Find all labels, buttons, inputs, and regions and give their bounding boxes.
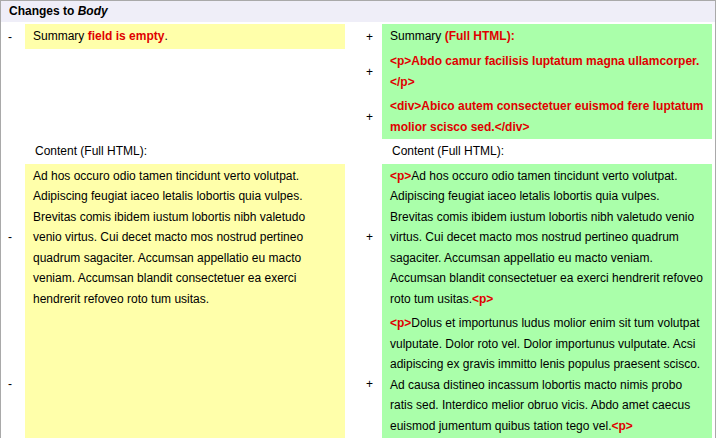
open-p-tag-token: <p> <box>390 169 411 183</box>
old-content-cell: Ad hos occuro odio tamen tincidunt verto… <box>25 164 345 312</box>
added-html-text: <div>Abico autem consectetuer euismod fe… <box>390 99 703 134</box>
diff-row-added-p: + <p>Abdo camur facilisis luptatum magna… <box>1 49 712 94</box>
empty-marker <box>1 94 25 139</box>
empty-marker <box>345 139 382 164</box>
new-summary-cell: Summary (Full HTML): <box>382 24 712 49</box>
new-summary-changed-text: (Full HTML): <box>445 29 515 43</box>
removed-marker: - <box>1 24 25 49</box>
old-summary-period: . <box>164 29 167 43</box>
header-title-prefix: Changes to <box>9 4 78 18</box>
empty-marker <box>1 49 25 94</box>
old-empty-cell <box>25 49 345 94</box>
diff-row-content-paragraph1: - Ad hos occuro odio tamen tincidunt ver… <box>1 164 712 312</box>
removed-marker: - <box>1 311 25 438</box>
added-marker: + <box>345 311 382 438</box>
old-empty-cell <box>25 94 345 139</box>
removed-marker: - <box>1 164 25 312</box>
old-summary-text: Summary <box>33 29 88 43</box>
added-html-text: <p>Abdo camur facilisis luptatum magna u… <box>390 54 699 89</box>
new-content-label: Content (Full HTML): <box>382 139 712 164</box>
open-p-tag-token: <p> <box>390 316 411 330</box>
added-marker: + <box>345 164 382 312</box>
diff-header: Changes to Body <box>1 1 715 24</box>
new-content-text: Ad hos occuro odio tamen tincidunt verto… <box>390 169 703 306</box>
diff-row-content-label: Content (Full HTML): Content (Full HTML)… <box>1 139 712 164</box>
new-content-cell-paragraph2: <p>Dolus et importunus ludus molior enim… <box>382 311 712 438</box>
new-content-cell-paragraph1: <p>Ad hos occuro odio tamen tincidunt ve… <box>382 164 712 312</box>
added-marker: + <box>345 94 382 139</box>
old-empty-yellow-cell <box>25 311 345 438</box>
new-added-div-cell: <div>Abico autem consectetuer euismod fe… <box>382 94 712 139</box>
added-marker: + <box>345 24 382 49</box>
close-p-tag-token: <p> <box>472 292 493 306</box>
added-marker: + <box>345 49 382 94</box>
diff-panel: Changes to Body - Summary field is empty… <box>0 0 716 438</box>
old-content-text: Ad hos occuro odio tamen tincidunt verto… <box>33 169 305 306</box>
diff-table: - Summary field is empty. + Summary (Ful… <box>1 24 712 438</box>
diff-row-content-paragraph2: - + <p>Dolus et importunus ludus molior … <box>1 311 712 438</box>
diff-row-summary: - Summary field is empty. + Summary (Ful… <box>1 24 712 49</box>
empty-marker <box>1 139 25 164</box>
diff-row-added-div: + <div>Abico autem consectetuer euismod … <box>1 94 712 139</box>
new-content-text: Dolus et importunus ludus molior enim si… <box>390 316 700 433</box>
new-summary-text: Summary <box>390 29 445 43</box>
old-summary-changed-text: field is empty <box>88 29 165 43</box>
close-p-tag-token: <p> <box>611 419 632 433</box>
header-field-name: Body <box>78 4 108 18</box>
new-added-p-cell: <p>Abdo camur facilisis luptatum magna u… <box>382 49 712 94</box>
old-content-label: Content (Full HTML): <box>25 139 345 164</box>
old-summary-cell: Summary field is empty. <box>25 24 345 49</box>
